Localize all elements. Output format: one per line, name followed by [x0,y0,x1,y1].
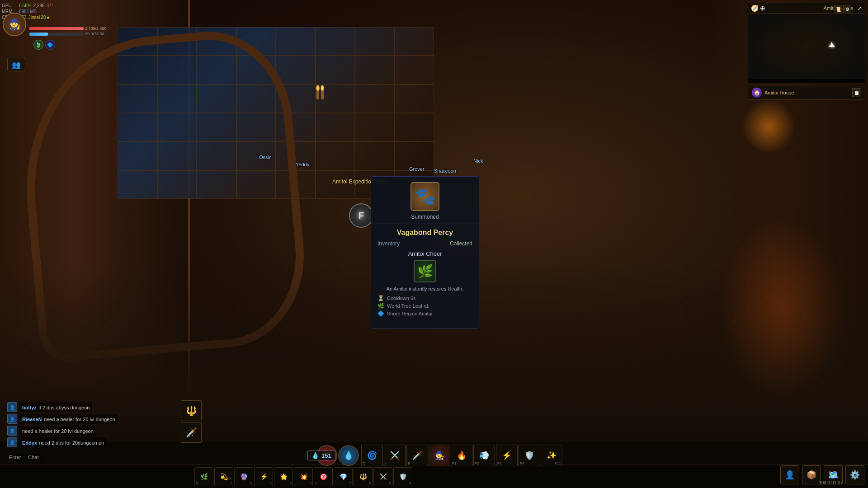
bottom-action-bar: 🌿 E 💫 2 🔮 3 ⚡ 4 🌟 5 💥 6 🎯 Y 💎 7 🔱 8 ⚔️ 9… [194,467,412,486]
chat-name-1: boltyz [22,405,37,410]
xp-bar-container [29,33,84,36]
minimap-nav-icons[interactable]: 🧭 ⊕ [751,5,821,12]
bottom-slot-7[interactable]: 💎 7 [334,467,353,486]
bottom-slot-4[interactable]: ⚡ 4 [254,467,273,486]
skill-icon: 🌿 [414,260,436,282]
minimap-icon-1[interactable]: 🧭 [751,5,759,12]
companion-tooltip: 🐾 Summoned Vagabond Percy Inventory Coll… [371,176,479,328]
bottom-slot-9[interactable]: ⚔️ 9 [373,467,392,486]
bottom-slot-8[interactable]: 🔱 8 [354,467,373,486]
chat-content-2: RieaseN need a healer for 20 lvl dungeon [19,414,118,424]
bottom-slot-6[interactable]: 💥 6 [294,467,313,486]
xp-values: 25.0/73.50 [85,32,104,36]
minimap-icon-2[interactable]: ⊕ [760,5,765,12]
minimap-scroll-icon[interactable]: 📜 [834,5,842,13]
gpu-stat: GPU 0 56% 2,286 37° [2,3,53,9]
hp-bar-row: 2,400/2,400 [28,26,107,31]
gpu-extra: 2,286 [33,3,45,9]
chat-text-2: need a healer for 20 lvl dungeon [44,417,115,422]
counter-value: 151 [321,452,331,459]
skill-slot-i[interactable]: ⚔️ I [384,445,406,466]
region-value: Shore Region Amitoi [387,311,432,316]
location-name: Amitoi House [764,90,849,95]
chat-avatar-3: 👤 [7,426,17,436]
bottom-slot-3[interactable]: 🔮 3 [234,467,253,486]
chat-content-1: boltyz lf 2 dps abyss dungeon [19,402,92,412]
summoned-status: Summoned [411,214,439,220]
chat-message-2: 👤 RieaseN need a healer for 20 lvl dunge… [7,414,197,424]
location-btn[interactable]: 📋 [852,88,861,97]
minimap-expand-icon[interactable]: ↗ [857,5,862,12]
inventory-label: Inventory [377,240,400,247]
chat-message-1: 👤 boltyz lf 2 dps abyss dungeon [7,402,197,412]
skill-slot-b[interactable]: 🗡️ B [406,445,428,466]
gpu-temp: 37° [47,3,53,9]
cooldown-stat: ⏳ Cooldown 6s [377,295,472,301]
counter-badge: 💧 151 [307,450,335,460]
bottom-slot-5[interactable]: 🌟 5 [274,467,293,486]
hp-values: 2,400/2,400 [85,26,107,31]
skill-slots-left: 🌀 Q ⚔️ I 🗡️ B [361,445,428,466]
hp-bar-fill [29,27,84,30]
bottom-slot-y[interactable]: 🎯 Y [314,467,333,486]
datetime: 10/03 01:07 [819,480,843,485]
util-btn-char[interactable]: 👤 [780,465,799,484]
minimap-settings-icon[interactable]: ⚙ [843,5,851,13]
bottom-slot-e[interactable]: 🌿 E [194,467,213,486]
resource-value: World Tree Leaf x1 [387,303,429,309]
candle-decoration [321,90,324,99]
player-level: 28 [41,14,46,20]
gpu-value: 0 [19,3,22,9]
nametag-ossic: Ossic [259,155,272,160]
resource-stat: 🌿 World Tree Leaf x1 [377,303,472,309]
nametag-nick: Nick [473,158,483,164]
counter-icon: 💧 [311,452,319,459]
gpu-percent: 56% [23,3,32,9]
mem-value: 6981 [19,9,29,14]
status-icons: 🍃 🔷 [33,40,55,50]
cooldown-value: Cooldown 6s [387,296,416,301]
character-avatar: 🧙 [3,13,26,36]
skill-slot-f3[interactable]: ⚡ F3 [496,445,518,466]
nametag-shaccoon: Shaccoon [434,168,456,174]
chat-text-1: lf 2 dps abyss dungeon [38,405,90,410]
skill-slot-extra[interactable]: ✨ F11 [541,445,562,466]
companion-name: Vagabond Percy [377,229,472,237]
player-name: Jinsei [28,14,40,20]
inventory-value: Collected [450,240,472,247]
status-icon-2: 🔷 [45,40,55,50]
minimap-empty: ··· [804,44,808,49]
skill-slot-f1[interactable]: 🔥 F1 [451,445,472,466]
tooltip-header: 🐾 Summoned [371,177,479,224]
chat-content-3: need a healer for 20 lvl dungeon [19,426,96,436]
gpu-label: GPU [2,3,19,9]
skill-slot-q[interactable]: 🌀 Q [361,445,383,466]
chat-text-3: need a healer for 20 lvl dungeon [22,428,94,434]
chat-name-2: RieaseN [22,417,42,422]
skill-slot-f4[interactable]: 🛡️ F4 [519,445,540,466]
util-btn-bag[interactable]: 📦 [802,465,821,484]
mem-unit: MB [30,9,37,14]
companion-icon: 🐾 [410,182,439,211]
character-slot[interactable]: 🧙 [429,445,450,466]
skill-description: An Amitoi instantly restores Health. [377,286,472,291]
action-slot-left-1[interactable]: 🔱 [181,400,202,421]
enter-button[interactable]: Enter [7,454,23,461]
bottom-slot-0[interactable]: 🛡️ 0 [393,467,412,486]
main-action-bar: ▲ ❤️ 💧 🌀 Q ⚔️ I 🗡️ B 💧 151 🧙 🔥 F1 [306,445,562,466]
group-button[interactable]: 👥 [7,58,25,71]
region-icon: 🔷 [377,310,384,317]
window-area [118,27,434,199]
action-slot-left-2[interactable]: 🗡️ [181,422,202,443]
left-action-slots: 🔱 🗡️ [181,400,202,443]
util-btn-settings[interactable]: ⚙️ [845,465,864,484]
skill-slot-f2[interactable]: 💨 F2 [473,445,495,466]
xp-bar-row: 25.0/73.50 [28,32,107,36]
chat-message-3: 👤 need a healer for 20 lvl dungeon [7,426,197,436]
minimap-map: ··· ➤ [748,14,865,79]
chat-text-4: need 2 dps for 20dungeon pn [39,440,104,446]
resource-bars: 2,400/2,400 25.0/73.50 [28,26,107,36]
chat-button[interactable]: Chat [26,454,40,461]
interact-button[interactable]: F [349,203,373,228]
bottom-slot-2[interactable]: 💫 2 [214,467,233,486]
